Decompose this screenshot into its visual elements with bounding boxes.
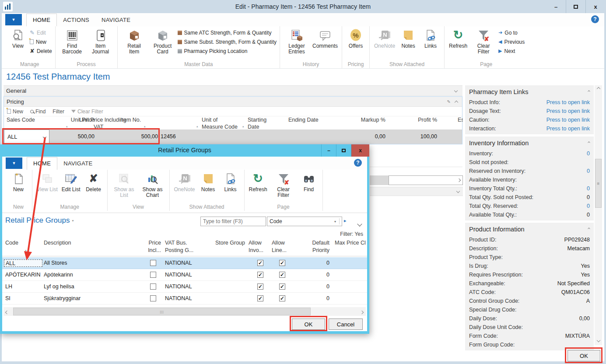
dialog-cancel-button[interactable]: Cancel xyxy=(329,318,363,330)
table-row[interactable]: LH Lyf og heilsa NATIONAL 0 xyxy=(2,281,367,293)
price-incl-checkbox[interactable] xyxy=(150,260,156,266)
dialog-app-menu-button[interactable]: ▼ xyxy=(6,158,22,169)
allow-invo-checkbox[interactable] xyxy=(257,272,263,278)
col-unit-of-measure[interactable]: Unit of xyxy=(202,117,217,123)
col-store-group[interactable]: Store Group xyxy=(201,240,245,246)
allow-line-checkbox[interactable] xyxy=(279,295,285,301)
select-arrow-icon[interactable]: ▾ xyxy=(334,220,336,224)
dialog-close-button[interactable]: x xyxy=(351,144,369,157)
show-as-list-button[interactable]: Show as List xyxy=(111,171,138,199)
edit-list-button[interactable]: Edit List xyxy=(60,171,82,192)
cell-vat-bus-posting[interactable]: NATIONAL xyxy=(165,260,192,266)
app-menu-button[interactable]: ▼ xyxy=(5,14,22,25)
offers-button[interactable]: % Offers xyxy=(345,27,366,49)
tab-home[interactable]: HOME xyxy=(26,14,57,26)
drilldown-value[interactable]: 0 xyxy=(587,186,590,192)
next-button[interactable]: ▶Next xyxy=(498,47,525,55)
pharmacy-picking-location-button[interactable]: Pharmacy Picking Location xyxy=(178,47,277,55)
factbox-scrollbar[interactable]: ≡ xyxy=(595,85,602,345)
price-incl-checkbox[interactable] xyxy=(150,295,156,301)
cell-description[interactable]: Apótekarinn xyxy=(44,272,73,278)
dialog-refresh-button[interactable]: ↻ Refresh xyxy=(248,171,269,192)
dialog-new-button[interactable]: ✶ New xyxy=(8,171,29,192)
cell-code[interactable]: ALL xyxy=(4,259,42,267)
cell-code[interactable]: SI xyxy=(5,295,11,301)
dialog-hscrollbar[interactable]: ||| xyxy=(4,307,366,316)
help-icon[interactable]: ? xyxy=(591,15,599,23)
allow-line-checkbox[interactable] xyxy=(279,272,285,278)
drilldown-value[interactable]: 0 xyxy=(587,203,590,209)
scrollbar-thumb[interactable]: ||| xyxy=(13,308,311,315)
cell-default-priority[interactable]: 0 xyxy=(312,260,329,266)
allow-invo-checkbox[interactable] xyxy=(257,284,263,290)
table-row[interactable]: APÓTEKARIN Apótekarinn NATIONAL 0 xyxy=(2,269,367,281)
links-button[interactable]: Links xyxy=(420,27,441,49)
cell-description[interactable]: All Stores xyxy=(44,260,67,266)
dialog-notes-button[interactable]: Notes xyxy=(198,171,219,192)
find-barcode-button[interactable]: Find Barcode xyxy=(59,27,86,55)
filter-input[interactable] xyxy=(200,217,266,226)
grid-new-button[interactable]: New xyxy=(7,108,23,115)
cell-vat-bus-posting[interactable]: NATIONAL xyxy=(165,295,192,301)
col-starting-date[interactable]: Starting xyxy=(248,117,266,123)
table-row[interactable]: SI Sjúkratrygginar NATIONAL 0 xyxy=(2,293,367,304)
collapse-icon[interactable] xyxy=(588,228,590,230)
open-link[interactable]: Press to open link xyxy=(546,99,590,105)
product-card-button[interactable]: Product Card xyxy=(149,27,176,55)
drilldown-value[interactable]: 0 xyxy=(587,150,590,157)
col-sales-code[interactable]: Sales Code xyxy=(7,117,35,123)
tab-actions[interactable]: ACTIONS xyxy=(57,14,95,26)
col-ending-date[interactable]: Ending Date xyxy=(288,117,319,123)
allow-line-checkbox[interactable] xyxy=(279,284,285,290)
dialog-minimize-button[interactable]: – xyxy=(321,144,336,157)
collapse-icon[interactable] xyxy=(588,141,590,144)
dialog-tab-navigate[interactable]: NAVIGATE xyxy=(57,158,98,170)
cell-code[interactable]: LH xyxy=(5,284,12,290)
background-lookup-field[interactable] xyxy=(389,175,463,185)
col-profit[interactable]: Profit % xyxy=(393,117,437,123)
onenote-button[interactable]: N OneNote xyxy=(373,27,396,49)
section-general[interactable]: General xyxy=(4,85,462,96)
col-unit-price-incl-vat[interactable]: Unit Price Including xyxy=(79,117,126,123)
ledger-entries-button[interactable]: Ledger Entries xyxy=(283,27,310,55)
cell-description[interactable]: Lyf og heilsa xyxy=(44,284,74,290)
dialog-delete-button[interactable]: ✘ Delete xyxy=(83,171,104,192)
price-incl-checkbox[interactable] xyxy=(150,272,156,278)
drilldown-value[interactable]: 0 xyxy=(587,168,590,174)
cell-item-no[interactable]: 12456 xyxy=(161,133,176,140)
previous-button[interactable]: ◀Previous xyxy=(498,38,525,46)
grid-find-button[interactable]: Find xyxy=(30,108,46,115)
dialog-help-icon[interactable]: ? xyxy=(354,159,362,167)
allow-line-checkbox[interactable] xyxy=(279,260,285,266)
filter-column-select[interactable]: Code ▾ xyxy=(267,217,342,226)
clear-filter-button[interactable]: ✘ Clear Filter xyxy=(470,27,497,55)
view-list-button[interactable]: View List xyxy=(35,171,59,192)
apply-filter-icon[interactable]: ▸ xyxy=(344,218,347,224)
table-row[interactable]: ALL All Stores NATIONAL 0 xyxy=(2,257,367,269)
chevron-up-icon[interactable] xyxy=(455,101,458,104)
delete-button[interactable]: ✘Delete xyxy=(30,47,52,55)
section-pricing-header[interactable]: Pricing ✎ xyxy=(4,97,462,107)
scroll-right-icon[interactable] xyxy=(361,308,363,315)
collapse-page-header-icon[interactable] xyxy=(358,220,361,228)
chevron-right-icon[interactable] xyxy=(457,178,461,182)
dialog-maximize-button[interactable] xyxy=(336,144,351,157)
maximize-button[interactable] xyxy=(566,0,585,13)
col-allow-invo[interactable]: Allow xyxy=(249,240,262,246)
cell-vat-bus-posting[interactable]: NATIONAL xyxy=(165,284,192,290)
edit-button[interactable]: ✎Edit xyxy=(30,28,52,37)
col-price-incl[interactable]: Price xyxy=(144,240,161,246)
retail-item-button[interactable]: Retail Item xyxy=(121,27,148,55)
grid-filter-button[interactable]: Filter xyxy=(53,108,64,115)
comments-button[interactable]: Comments xyxy=(312,27,339,49)
dialog-tab-home[interactable]: HOME xyxy=(27,157,57,170)
open-link[interactable]: Press to open link xyxy=(546,126,590,132)
same-atc-strength-button[interactable]: Same ATC Strength, Form & Quantity xyxy=(178,28,277,37)
view-button[interactable]: View xyxy=(7,27,28,49)
show-as-chart-button[interactable]: Show as Chart xyxy=(139,171,166,199)
col-max-price[interactable]: Max Price Cl xyxy=(335,240,368,246)
col-item-no[interactable]: Item No. xyxy=(120,117,141,123)
open-link[interactable]: Press to open link xyxy=(546,108,590,114)
same-subst-strength-button[interactable]: Same Subst. Strength, Form & Quantity xyxy=(178,38,277,46)
col-allow-line[interactable]: Allow xyxy=(272,240,285,246)
